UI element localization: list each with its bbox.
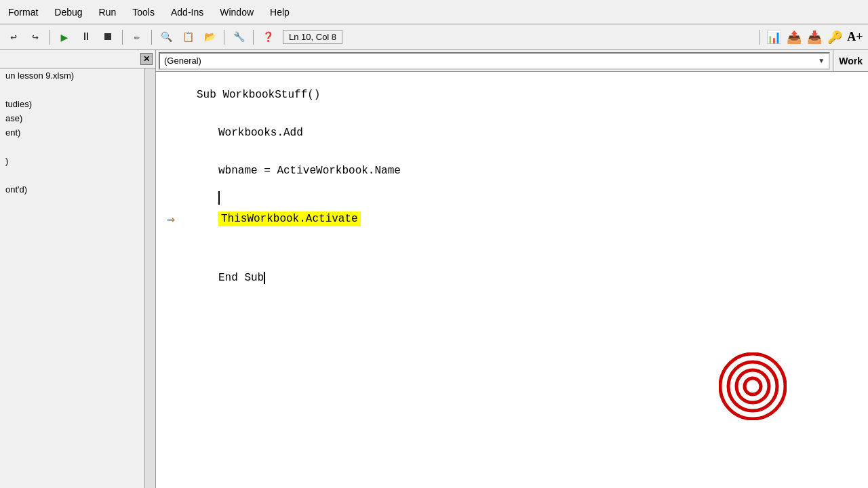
left-panel-scrollbar[interactable] — [144, 68, 155, 488]
separator-1 — [50, 30, 50, 45]
panel-item-0[interactable]: un lesson 9.xlsm) — [0, 68, 144, 83]
code-line-5 — [197, 180, 854, 207]
code-text-0: Sub WorkbookStuff() — [197, 89, 320, 101]
icon-right-2[interactable]: 📤 — [785, 28, 803, 46]
close-panel-button[interactable]: ✕ — [140, 53, 153, 65]
icon-right-3[interactable]: 📥 — [806, 28, 823, 46]
help-button[interactable]: ❓ — [258, 28, 277, 46]
svg-point-2 — [736, 370, 769, 403]
cursor-pos-indicator — [218, 191, 220, 205]
menu-run[interactable]: Run — [96, 5, 119, 19]
svg-point-3 — [745, 378, 761, 394]
open-button[interactable]: 📂 — [200, 28, 219, 46]
combo-right-label: Work — [833, 50, 868, 71]
menu-addins[interactable]: Add-Ins — [168, 5, 206, 19]
status-position: Ln 10, Col 8 — [283, 30, 342, 44]
toolbar: ↩ ↪ ▶ ⏸ ⏹ ✏ 🔍 📋 📂 🔧 ❓ Ln 10, Col 8 📊 📤 📥… — [0, 24, 868, 50]
code-line-4: wbname = ActiveWorkbook.Name — [197, 161, 854, 180]
menu-window[interactable]: Window — [217, 5, 256, 19]
code-line-9: End Sub — [197, 268, 854, 287]
code-line-7 — [197, 230, 854, 249]
icon-right-5[interactable]: A+ — [846, 28, 864, 46]
code-line-1 — [197, 104, 854, 123]
undo-button[interactable]: ↩ — [4, 28, 23, 46]
bullseye-icon — [719, 352, 787, 420]
menu-tools[interactable]: Tools — [130, 5, 157, 19]
panel-item-6[interactable]: ) — [0, 154, 144, 168]
menu-format[interactable]: Format — [5, 5, 41, 19]
panel-item-2[interactable]: tudies) — [0, 97, 144, 111]
code-line-8 — [197, 249, 854, 268]
left-panel: ✕ un lesson 9.xlsm) tudies) ase) ent) ) … — [0, 50, 156, 488]
main-area: ✕ un lesson 9.xlsm) tudies) ase) ent) ) … — [0, 50, 868, 488]
code-line-0: Sub WorkbookStuff() — [197, 85, 854, 104]
insert-button[interactable]: 📋 — [178, 28, 197, 46]
redo-button[interactable]: ↪ — [26, 28, 45, 46]
text-cursor — [264, 272, 265, 284]
combo-value: (General) — [164, 56, 201, 66]
panel-item-8[interactable]: ont'd) — [0, 182, 144, 197]
panel-item-4[interactable]: ent) — [0, 125, 144, 140]
separator-5 — [253, 30, 254, 45]
code-editor[interactable]: Sub WorkbookStuff() Workbooks.Add wbname… — [156, 72, 868, 488]
code-text-9: End Sub — [218, 272, 265, 284]
panel-item-3[interactable]: ase) — [0, 111, 144, 125]
panel-item-7[interactable] — [0, 168, 144, 182]
code-inner: Sub WorkbookStuff() Workbooks.Add wbname… — [156, 72, 868, 488]
menu-help[interactable]: Help — [267, 5, 292, 19]
icon-right-1[interactable]: 📊 — [765, 28, 783, 46]
code-text-2: Workbooks.Add — [218, 127, 303, 139]
pause-button[interactable]: ⏸ — [77, 28, 96, 46]
code-area: (General) ▼ Work Sub WorkbookStuff() Wor… — [156, 50, 868, 488]
stop-button[interactable]: ⏹ — [98, 28, 117, 46]
left-panel-list: un lesson 9.xlsm) tudies) ase) ent) ) on… — [0, 68, 144, 488]
code-line-2: Workbooks.Add — [197, 123, 854, 142]
code-text-4: wbname = ActiveWorkbook.Name — [218, 165, 401, 177]
separator-2 — [122, 30, 123, 45]
separator-3 — [151, 30, 152, 45]
separator-4 — [224, 30, 224, 45]
panel-item-5[interactable] — [0, 140, 144, 154]
combo-arrow-icon: ▼ — [818, 57, 825, 64]
left-panel-header: ✕ — [0, 50, 155, 68]
menu-debug[interactable]: Debug — [52, 5, 85, 19]
combo-row: (General) ▼ Work — [156, 50, 868, 72]
code-line-6: ⇒ ThisWorkbook.Activate — [197, 207, 854, 230]
wrench-button[interactable]: 🔧 — [229, 28, 248, 46]
code-line-3 — [197, 142, 854, 161]
panel-item-1[interactable] — [0, 83, 144, 97]
code-text-6: ThisWorkbook.Activate — [218, 211, 361, 226]
run-button[interactable]: ▶ — [55, 28, 74, 46]
edit-button[interactable]: ✏ — [127, 28, 146, 46]
arrow-indicator: ⇒ — [167, 211, 175, 228]
icon-right-4[interactable]: 🔑 — [826, 28, 844, 46]
separator-6 — [760, 30, 760, 45]
find-button[interactable]: 🔍 — [157, 28, 176, 46]
general-combo[interactable]: (General) ▼ — [159, 52, 830, 70]
menu-bar: Format Debug Run Tools Add-Ins Window He… — [0, 0, 868, 24]
